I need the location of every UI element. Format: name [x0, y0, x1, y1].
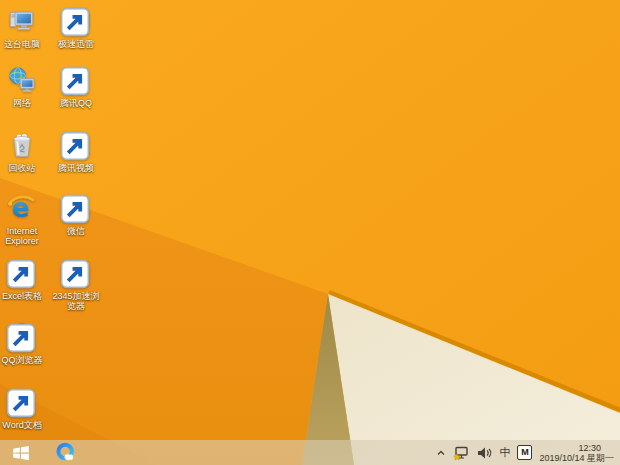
taskbar: 中 M 12:30 2019/10/14 星期一	[0, 440, 620, 465]
volume-icon[interactable]	[476, 445, 492, 461]
shortcut-arrow-icon	[6, 388, 36, 418]
desktop-icon-label: 腾讯QQ	[49, 98, 103, 108]
desktop-icon-tencent-qq[interactable]: 腾讯QQ	[49, 65, 103, 108]
desktop-icon-recycle-bin[interactable]: 回收站	[0, 130, 49, 173]
this-pc-icon	[7, 6, 37, 36]
desktop-icon-network[interactable]: 网络	[0, 65, 49, 108]
shortcut-arrow-icon	[60, 131, 90, 161]
internet-explorer-icon	[7, 193, 37, 223]
shortcut-arrow-icon	[6, 323, 36, 353]
desktop-icon-word[interactable]: Word文档	[0, 387, 49, 430]
desktop-icon-excel[interactable]: Excel表格	[0, 258, 49, 301]
desktop: 这台电脑 极速迅雷 网络 腾讯QQ 回收站 腾讯视频 Internet Expl…	[0, 0, 620, 465]
windows-logo-icon	[12, 444, 30, 462]
desktop-icon-this-pc[interactable]: 这台电脑	[0, 6, 49, 49]
desktop-icon-label: QQ浏览器	[0, 355, 49, 365]
shortcut-arrow-icon	[60, 194, 90, 224]
shortcut-arrow-icon	[60, 259, 90, 289]
shortcut-arrow-icon	[6, 259, 36, 289]
desktop-icon-label: 腾讯视频	[49, 163, 103, 173]
system-tray: 中 M 12:30 2019/10/14 星期一	[436, 440, 616, 465]
clock-time: 12:30	[539, 443, 614, 453]
desktop-icon-wechat[interactable]: 微信	[49, 193, 103, 236]
recycle-bin-icon	[7, 130, 37, 160]
clock-date: 2019/10/14 星期一	[539, 453, 614, 463]
desktop-icon-xunlei[interactable]: 极速迅雷	[49, 6, 103, 49]
ime-mode-indicator[interactable]: 中	[499, 447, 510, 458]
shortcut-arrow-icon	[60, 66, 90, 96]
desktop-icon-label: Internet Explorer	[0, 226, 49, 246]
desktop-icon-label: 极速迅雷	[49, 39, 103, 49]
desktop-icon-label: 回收站	[0, 163, 49, 173]
desktop-icon-qq-browser[interactable]: QQ浏览器	[0, 322, 49, 365]
desktop-icon-2345-browser[interactable]: 2345加速浏 览器	[49, 258, 103, 311]
network-status-icon[interactable]	[453, 445, 469, 461]
desktop-icon-label: 微信	[49, 226, 103, 236]
qq-browser-icon	[55, 442, 76, 463]
start-button[interactable]	[8, 443, 34, 462]
network-icon	[7, 65, 37, 95]
desktop-icon-tencent-video[interactable]: 腾讯视频	[49, 130, 103, 173]
desktop-icon-label: Word文档	[0, 420, 49, 430]
desktop-icon-label: 这台电脑	[0, 39, 49, 49]
show-hidden-icons-button[interactable]	[436, 448, 446, 457]
ime-badge[interactable]: M	[517, 445, 532, 460]
desktop-icon-internet-explorer[interactable]: Internet Explorer	[0, 193, 49, 246]
taskbar-clock[interactable]: 12:30 2019/10/14 星期一	[539, 443, 616, 463]
desktop-icon-label: 网络	[0, 98, 49, 108]
desktop-icon-label: Excel表格	[0, 291, 49, 301]
shortcut-arrow-icon	[60, 7, 90, 37]
taskbar-qq-browser-button[interactable]	[52, 441, 78, 464]
desktop-icon-label: 2345加速浏 览器	[49, 291, 103, 311]
